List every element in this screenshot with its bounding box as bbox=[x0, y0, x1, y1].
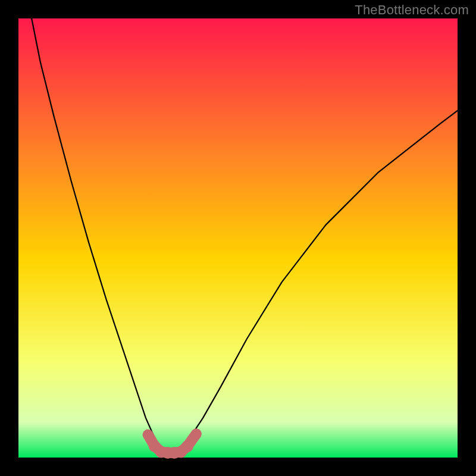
bottleneck-plot bbox=[0, 0, 476, 476]
gradient-background bbox=[18, 18, 458, 458]
watermark-text: TheBottleneck.com bbox=[355, 2, 469, 18]
marker-point bbox=[193, 430, 200, 437]
marker-point bbox=[145, 431, 152, 439]
marker-point bbox=[181, 440, 193, 452]
chart-frame: { "watermark": "TheBottleneck.com", "col… bbox=[0, 0, 476, 476]
